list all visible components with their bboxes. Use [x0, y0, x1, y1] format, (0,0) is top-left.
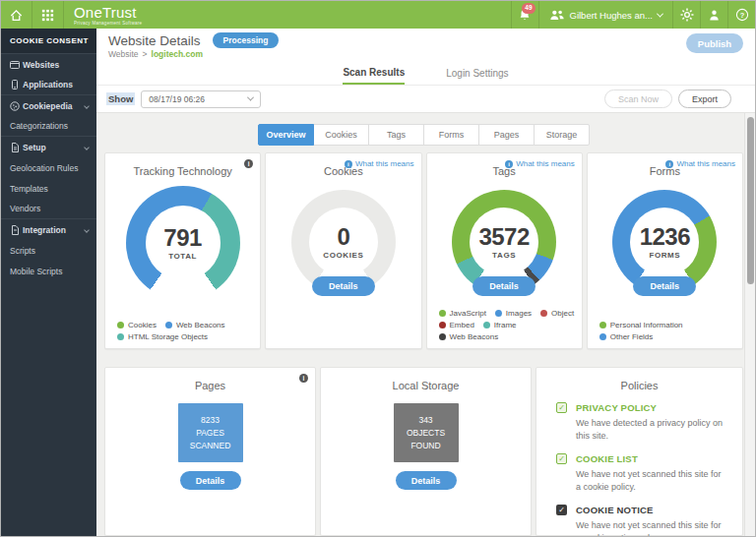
legend-label: Embed — [450, 321, 474, 329]
sidebar-item-label: Mobile Scripts — [10, 267, 62, 276]
sidebar-item-templates[interactable]: Templates — [1, 178, 96, 199]
legend-label: HTML Storage Objects — [128, 332, 208, 341]
policy-item: ✓ COOKIE LIST We have not yet scanned th… — [556, 453, 726, 494]
card-title: Pages — [105, 380, 315, 391]
forms-card: iWhat this means Forms 1236 FORMS Detail… — [587, 152, 743, 349]
subtab-pages[interactable]: Pages — [478, 124, 535, 146]
page-header: Website Details Processing Website > log… — [96, 29, 755, 60]
apps-grid-button[interactable] — [32, 1, 64, 29]
home-button[interactable] — [1, 1, 32, 29]
summary-cards-row: i Pages 8233 PAGES SCANNED Details Local… — [104, 367, 743, 536]
what-this-means-link[interactable]: iWhat this means — [345, 159, 414, 168]
legend-label: Images — [506, 309, 532, 318]
sidebar-item-label: Categorizations — [10, 121, 68, 131]
applications-icon — [10, 80, 23, 90]
sidebar-item-websites[interactable]: Websites — [1, 54, 96, 75]
notification-badge: 49 — [522, 3, 535, 14]
notifications-button[interactable]: 49 — [511, 1, 538, 29]
pages-count-square: 8233 PAGES SCANNED — [178, 403, 243, 462]
sidebar-item-applications[interactable]: Applications — [1, 75, 96, 95]
sidebar-item-label: Cookiepedia — [23, 101, 73, 111]
scrollbar-thumb[interactable] — [747, 117, 754, 284]
account-button[interactable] — [700, 1, 727, 29]
cookiepedia-icon — [10, 101, 23, 111]
sidebar-item-cookiepedia[interactable]: Cookiepedia — [1, 95, 96, 116]
info-icon[interactable]: i — [299, 374, 308, 383]
gauge-center: 791 TOTAL — [146, 206, 220, 280]
subtab-forms[interactable]: Forms — [423, 124, 479, 146]
details-button[interactable]: Details — [472, 276, 536, 296]
legend-label: Personal Information — [610, 321, 683, 329]
breadcrumb-separator: > — [143, 49, 148, 59]
tab-login-settings[interactable]: Login Settings — [446, 60, 508, 86]
details-button[interactable]: Details — [312, 276, 375, 296]
integration-icon — [10, 225, 23, 235]
scan-results-content: Overview Cookies Tags Forms Pages Storag… — [96, 112, 755, 536]
user-name: Gilbert Hughes an... — [570, 10, 654, 21]
policies-card: Policies ✓ PRIVACY POLICY We have detect… — [536, 367, 743, 536]
gauge-unit: TAGS — [492, 251, 516, 260]
card-title: Tracking Technology — [105, 165, 260, 177]
sidebar-item-label: Integration — [23, 225, 66, 235]
legend-dot — [117, 333, 124, 340]
info-icon: i — [665, 160, 673, 168]
gauge-total: 1236 — [640, 225, 690, 249]
tags-card: iWhat this means Tags 3572 TAGS Details … — [426, 152, 583, 349]
legend-dot — [439, 333, 446, 340]
subtab-tags[interactable]: Tags — [368, 124, 424, 146]
pages-count-label: PAGES SCANNED — [182, 427, 239, 452]
export-button[interactable]: Export — [678, 90, 731, 108]
sidebar-item-setup[interactable]: Setup — [1, 137, 96, 157]
info-icon: i — [505, 160, 513, 168]
users-icon — [549, 9, 565, 22]
subtab-cookies[interactable]: Cookies — [313, 124, 369, 146]
legend-label: Object — [551, 309, 574, 318]
tab-scan-results[interactable]: Scan Results — [343, 60, 405, 86]
sidebar-item-scripts[interactable]: Scripts — [1, 240, 96, 261]
policy-description: We have not yet scanned this site for a … — [576, 468, 726, 494]
status-badge: Processing — [213, 32, 280, 48]
subtab-overview[interactable]: Overview — [258, 124, 314, 146]
logo-subtitle: Privacy Management Software — [74, 21, 142, 26]
topbar: OneTrust Privacy Management Software 49 … — [1, 1, 755, 29]
user-menu[interactable]: Gilbert Hughes an... — [538, 1, 673, 29]
scrollbar-track[interactable] — [744, 113, 755, 536]
sidebar-item-categorizations[interactable]: Categorizations — [1, 116, 96, 137]
settings-button[interactable] — [672, 1, 700, 29]
legend-dot — [540, 310, 547, 317]
pages-card: i Pages 8233 PAGES SCANNED Details — [104, 367, 316, 536]
subtab-storage[interactable]: Storage — [534, 124, 590, 146]
chevron-down-icon — [84, 227, 90, 233]
details-button[interactable]: Details — [633, 276, 696, 296]
breadcrumb-root[interactable]: Website — [108, 49, 139, 59]
scan-date-select[interactable]: 08/17/19 06:26 — [141, 90, 261, 108]
legend-dot — [495, 310, 502, 317]
chevron-down-icon — [84, 145, 90, 150]
person-icon — [708, 9, 721, 22]
storage-count-square: 343 OBJECTS FOUND — [394, 403, 459, 462]
legend-label: JavaScript — [450, 309, 486, 318]
storage-count-label: OBJECTS FOUND — [398, 427, 455, 452]
sidebar-item-geolocation-rules[interactable]: Geolocation Rules — [1, 157, 96, 178]
tab-bar: Scan Results Login Settings — [96, 60, 755, 87]
publish-button[interactable]: Publish — [686, 33, 743, 53]
gauge-center: 1236 FORMS — [630, 208, 699, 276]
gauge-center: 0 COOKIES — [309, 208, 378, 276]
sidebar-item-integration[interactable]: Integration — [1, 219, 96, 240]
gauge-total: 791 — [163, 226, 202, 250]
details-button[interactable]: Details — [180, 471, 241, 490]
legend: JavaScript Images Object Embed Iframe We… — [439, 309, 576, 341]
chevron-down-icon — [657, 10, 663, 17]
what-this-means-link[interactable]: iWhat this means — [665, 159, 735, 168]
help-button[interactable]: ? — [727, 1, 755, 29]
details-button[interactable]: Details — [396, 471, 457, 490]
legend-dot — [599, 333, 606, 340]
gauge-unit: COOKIES — [323, 251, 363, 260]
scan-now-button[interactable]: Scan Now — [604, 90, 672, 108]
what-this-means-link[interactable]: iWhat this means — [505, 159, 575, 168]
sidebar-item-mobile-scripts[interactable]: Mobile Scripts — [1, 261, 96, 281]
sidebar-item-vendors[interactable]: Vendors — [1, 199, 96, 219]
storage-count: 343 — [418, 414, 432, 427]
legend: Cookies Web Beacons HTML Storage Objects — [117, 321, 254, 341]
policy-item: ✓ COOKIE NOTICE We have not yet scanned … — [556, 505, 726, 537]
